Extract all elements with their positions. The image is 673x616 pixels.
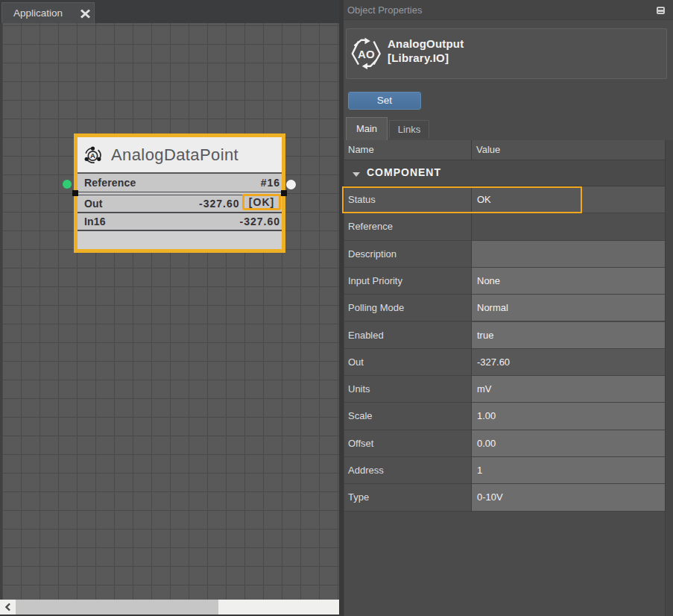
svg-text:A: A xyxy=(90,151,95,160)
svg-text:AO: AO xyxy=(358,48,375,60)
